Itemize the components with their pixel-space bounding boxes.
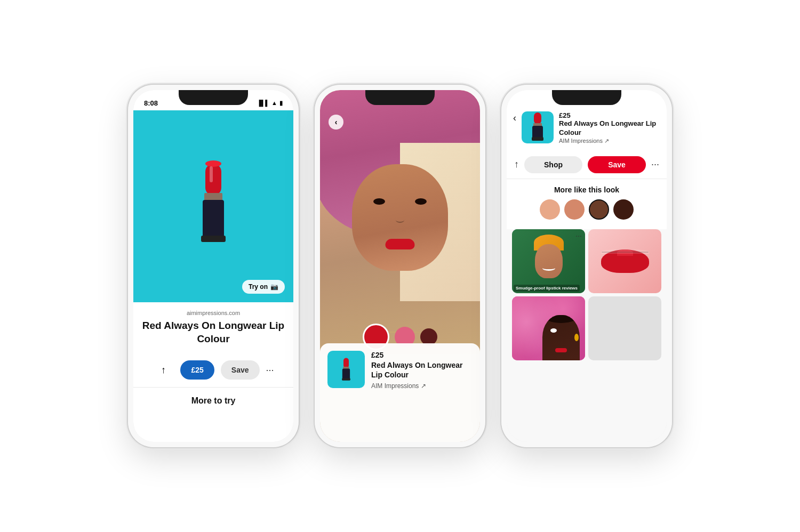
site-url: aimimpressions.com: [142, 310, 285, 316]
skin-tone-1[interactable]: [540, 199, 560, 220]
svg-rect-3: [203, 200, 224, 238]
phone2-screen: ‹: [320, 90, 480, 442]
svg-rect-6: [343, 358, 349, 368]
grid-cell-1-dots[interactable]: ···: [575, 231, 582, 240]
ar-price: £25: [371, 351, 473, 359]
skin-tone-4[interactable]: [613, 199, 634, 220]
grid-cell-2: [588, 229, 661, 293]
p3-brand-name: AIM Impressions: [559, 138, 603, 144]
battery-icon: ▮: [279, 100, 283, 107]
back-icon: ‹: [335, 118, 338, 126]
phone3-screen: ‹ £25 Red Always On Longwear Lip Colour …: [507, 90, 667, 442]
svg-rect-13: [532, 137, 543, 141]
p3-save-button[interactable]: Save: [588, 156, 646, 173]
grid-cell-1: ··· Smudge-proof lipstick reviews: [512, 229, 585, 293]
action-row: ↑ £25 Save ···: [133, 357, 293, 387]
save-button[interactable]: Save: [221, 360, 260, 380]
grid-cell-3: [512, 296, 585, 360]
ar-product-info: £25 Red Always On Longwear Lip Colour AI…: [371, 351, 473, 389]
p3-brand-arrow: ↗: [604, 138, 609, 144]
notch: [365, 90, 435, 105]
phones-container: 8:08 ▐▌▌ ▲ ▮: [107, 63, 693, 469]
product-image: Try on 📷: [133, 110, 293, 302]
ar-product-card: £25 Red Always On Longwear Lip Colour AI…: [320, 343, 480, 442]
svg-rect-12: [532, 126, 543, 139]
phone-3: ‹ £25 Red Always On Longwear Lip Colour …: [501, 85, 672, 447]
product-info: aimimpressions.com Red Always On Longwea…: [133, 302, 293, 357]
grid-cell-4: [588, 296, 661, 360]
product-thumb-icon: [528, 111, 547, 143]
p3-product-info: £25 Red Always On Longwear Lip Colour AI…: [559, 111, 660, 144]
p3-price: £25: [559, 111, 660, 119]
lipstick-svg: [189, 153, 237, 260]
svg-rect-8: [342, 369, 350, 380]
p3-action-row: ↑ Shop Save ···: [507, 151, 667, 179]
phone1-screen: 8:08 ▐▌▌ ▲ ▮: [133, 90, 293, 442]
more-options-button[interactable]: ···: [266, 365, 274, 376]
ar-face: [352, 164, 448, 271]
skin-tone-circles: [514, 199, 659, 220]
ar-brand: AIM Impressions ↗: [371, 382, 473, 390]
p3-shop-button[interactable]: Shop: [524, 156, 582, 173]
svg-rect-10: [534, 112, 541, 124]
ar-brand-arrow: ↗: [421, 382, 426, 390]
skin-tone-2[interactable]: [564, 199, 585, 220]
more-to-try-label: More to try: [191, 396, 236, 405]
ar-lipstick-applied: [386, 239, 415, 249]
phone-1: 8:08 ▐▌▌ ▲ ▮: [128, 85, 299, 447]
camera-icon: 📷: [270, 283, 278, 291]
phone-2: ‹: [315, 85, 485, 447]
product-thumbnail: [522, 111, 554, 143]
ar-product-thumbnail: [327, 351, 365, 388]
ar-brand-name: AIM Impressions: [371, 382, 419, 390]
svg-rect-5: [210, 166, 213, 182]
ar-background: ‹: [320, 90, 480, 442]
notch: [179, 90, 248, 105]
svg-rect-9: [342, 378, 350, 381]
p3-more-options[interactable]: ···: [651, 159, 659, 170]
svg-rect-4: [201, 236, 226, 242]
ar-back-button[interactable]: ‹: [329, 115, 343, 130]
notch: [552, 90, 621, 105]
image-grid: ··· Smudge-proof lipstick reviews: [507, 229, 667, 364]
product-title: Red Always On Longwear Lip Colour: [142, 319, 285, 345]
more-to-try-section: More to try: [133, 387, 293, 414]
wifi-icon: ▲: [271, 100, 277, 106]
svg-point-1: [205, 160, 221, 167]
lipstick-thumbnail-icon: [338, 356, 354, 383]
svg-rect-2: [204, 193, 222, 200]
p3-share-button[interactable]: ↑: [514, 159, 519, 170]
status-time: 8:08: [144, 99, 158, 107]
back-button[interactable]: ‹: [513, 111, 516, 124]
p3-brand: AIM Impressions ↗: [559, 138, 660, 144]
p3-product-title: Red Always On Longwear Lip Colour: [559, 119, 660, 138]
ar-product-name: Red Always On Longwear Lip Colour: [371, 360, 473, 380]
share-button[interactable]: ↑: [153, 359, 174, 381]
status-icons: ▐▌▌ ▲ ▮: [257, 100, 283, 107]
skin-tone-3-selected[interactable]: [589, 199, 609, 220]
svg-rect-0: [205, 164, 221, 196]
ar-camera-view: [320, 90, 480, 354]
signal-icon: ▐▌▌: [257, 100, 269, 106]
grid-label-1: Smudge-proof lipstick reviews: [514, 285, 580, 292]
more-like-title: More like this look: [514, 186, 659, 194]
more-like-this-section: More like this look: [507, 179, 667, 229]
try-on-button[interactable]: Try on 📷: [242, 280, 285, 294]
try-on-label: Try on: [249, 283, 268, 291]
price-button[interactable]: £25: [180, 360, 214, 380]
